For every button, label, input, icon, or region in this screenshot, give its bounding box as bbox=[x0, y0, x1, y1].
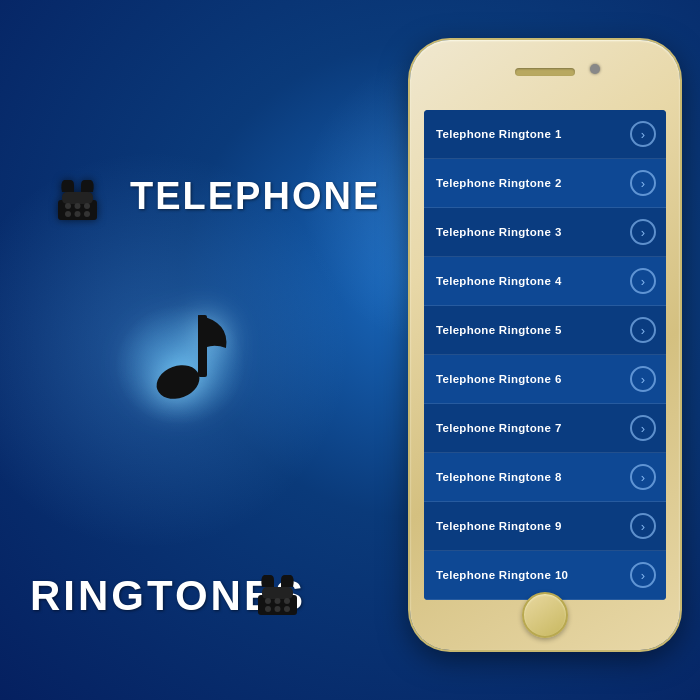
ringtone-item-left: Telephone Ringtone 8 bbox=[436, 471, 561, 483]
ringtone-item[interactable]: Telephone Ringtone 3 › bbox=[424, 208, 666, 257]
ringtone-chevron[interactable]: › bbox=[630, 317, 656, 343]
svg-point-14 bbox=[275, 598, 281, 604]
ringtone-name: Telephone Ringtone bbox=[436, 324, 551, 336]
telephone-icon-bottom bbox=[250, 565, 305, 632]
ringtone-chevron[interactable]: › bbox=[630, 513, 656, 539]
ringtone-name: Telephone Ringtone bbox=[436, 226, 551, 238]
phone-screen: Telephone Ringtone 1 › Telephone Rington… bbox=[424, 110, 666, 600]
ringtone-chevron[interactable]: › bbox=[630, 366, 656, 392]
ringtone-item-left: Telephone Ringtone 10 bbox=[436, 569, 568, 581]
ringtone-name: Telephone Ringtone bbox=[436, 520, 551, 532]
ringtone-number: 8 bbox=[555, 471, 561, 483]
music-note-large-icon bbox=[110, 290, 250, 457]
left-panel: TELEPHONE RINGTONES bbox=[20, 0, 390, 700]
ringtone-name: Telephone Ringtone bbox=[436, 422, 551, 434]
ringtone-number: 4 bbox=[555, 275, 561, 287]
svg-point-3 bbox=[75, 203, 81, 209]
ringtone-number: 10 bbox=[555, 569, 568, 581]
ringtone-number: 2 bbox=[555, 177, 561, 189]
ringtone-item-left: Telephone Ringtone 2 bbox=[436, 177, 561, 189]
ringtone-item-left: Telephone Ringtone 7 bbox=[436, 422, 561, 434]
ringtone-chevron[interactable]: › bbox=[630, 268, 656, 294]
ringtone-name: Telephone Ringtone bbox=[436, 177, 551, 189]
telephone-heading: TELEPHONE bbox=[130, 175, 380, 218]
ringtone-item-left: Telephone Ringtone 1 bbox=[436, 128, 561, 140]
ringtone-chevron[interactable]: › bbox=[630, 464, 656, 490]
ringtone-item[interactable]: Telephone Ringtone 8 › bbox=[424, 453, 666, 502]
phone-speaker bbox=[515, 68, 575, 76]
ringtone-name: Telephone Ringtone bbox=[436, 569, 551, 581]
ringtone-item-left: Telephone Ringtone 4 bbox=[436, 275, 561, 287]
ringtone-item[interactable]: Telephone Ringtone 7 › bbox=[424, 404, 666, 453]
phone-mockup: Telephone Ringtone 1 › Telephone Rington… bbox=[410, 40, 680, 650]
ringtone-number: 3 bbox=[555, 226, 561, 238]
ringtone-item[interactable]: Telephone Ringtone 9 › bbox=[424, 502, 666, 551]
ringtone-item-left: Telephone Ringtone 3 bbox=[436, 226, 561, 238]
ringtone-item[interactable]: Telephone Ringtone 4 › bbox=[424, 257, 666, 306]
ringtone-chevron[interactable]: › bbox=[630, 219, 656, 245]
svg-point-17 bbox=[275, 606, 281, 612]
ringtone-name: Telephone Ringtone bbox=[436, 275, 551, 287]
ringtone-chevron[interactable]: › bbox=[630, 562, 656, 588]
ringtone-name: Telephone Ringtone bbox=[436, 373, 551, 385]
ringtone-chevron[interactable]: › bbox=[630, 121, 656, 147]
ringtone-number: 9 bbox=[555, 520, 561, 532]
ringtone-item[interactable]: Telephone Ringtone 5 › bbox=[424, 306, 666, 355]
svg-point-13 bbox=[265, 598, 271, 604]
svg-point-16 bbox=[265, 606, 271, 612]
ringtone-name: Telephone Ringtone bbox=[436, 128, 551, 140]
ringtone-item[interactable]: Telephone Ringtone 6 › bbox=[424, 355, 666, 404]
svg-point-18 bbox=[284, 606, 290, 612]
ringtone-chevron[interactable]: › bbox=[630, 170, 656, 196]
svg-point-7 bbox=[84, 211, 90, 217]
ringtone-name: Telephone Ringtone bbox=[436, 471, 551, 483]
ringtone-number: 6 bbox=[555, 373, 561, 385]
ringtone-number: 1 bbox=[555, 128, 561, 140]
svg-point-2 bbox=[65, 203, 71, 209]
svg-point-8 bbox=[115, 305, 245, 425]
ringtone-item-left: Telephone Ringtone 9 bbox=[436, 520, 561, 532]
svg-point-15 bbox=[284, 598, 290, 604]
phone-camera bbox=[590, 64, 600, 74]
ringtone-chevron[interactable]: › bbox=[630, 415, 656, 441]
ringtone-number: 5 bbox=[555, 324, 561, 336]
music-note-large-svg bbox=[110, 290, 250, 430]
ringtone-item-left: Telephone Ringtone 6 bbox=[436, 373, 561, 385]
svg-rect-12 bbox=[262, 587, 293, 599]
svg-point-4 bbox=[84, 203, 90, 209]
svg-point-5 bbox=[65, 211, 71, 217]
phone-home-button[interactable] bbox=[522, 592, 568, 638]
telephone-icon-top bbox=[50, 170, 105, 237]
svg-rect-1 bbox=[62, 192, 93, 204]
ringtone-list: Telephone Ringtone 1 › Telephone Rington… bbox=[424, 110, 666, 600]
phone-body: Telephone Ringtone 1 › Telephone Rington… bbox=[410, 40, 680, 650]
svg-point-6 bbox=[75, 211, 81, 217]
telephone-svg-bottom bbox=[250, 565, 305, 620]
telephone-svg-top bbox=[50, 170, 105, 225]
ringtone-item[interactable]: Telephone Ringtone 1 › bbox=[424, 110, 666, 159]
ringtone-number: 7 bbox=[555, 422, 561, 434]
ringtone-item[interactable]: Telephone Ringtone 2 › bbox=[424, 159, 666, 208]
ringtone-item-left: Telephone Ringtone 5 bbox=[436, 324, 561, 336]
